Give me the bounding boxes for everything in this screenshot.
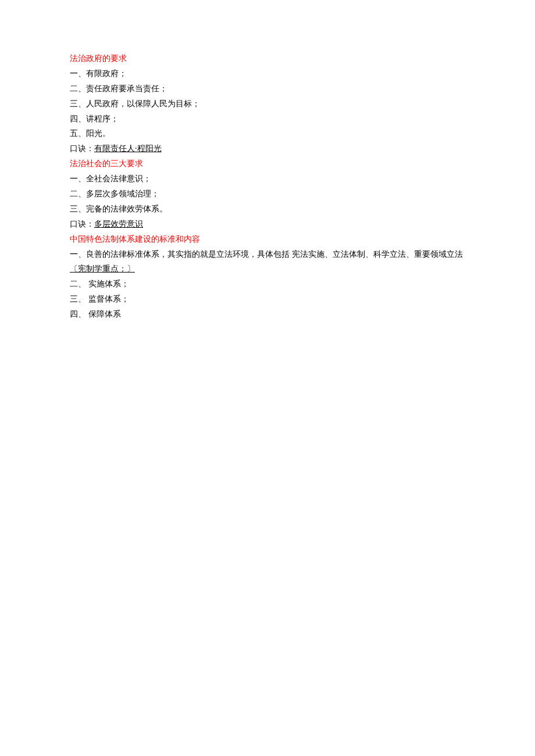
section3-item-3: 三、 监督体系； — [70, 292, 465, 307]
section1-mnemonic-line: 口诀：有限责任人·程阳光 — [70, 141, 465, 156]
section3-item-1-text: 一、良善的法律标准体系，其实指的就是立法环境，具体包括 宪法实施、立法体制、科学… — [70, 250, 463, 259]
section2-item-2: 二、多层次多领域治理； — [70, 187, 465, 202]
section2-mnemonic-prefix: 口诀： — [70, 220, 94, 228]
section3-item-4: 四、 保障体系 — [70, 307, 465, 322]
section1-mnemonic-prefix: 口诀： — [70, 144, 94, 153]
section1-item-1: 一、有限政府； — [70, 66, 465, 81]
section1-heading: 法治政府的要求 — [70, 51, 465, 66]
section3-item-1-underlined: 〔宪制学重点；〕 — [70, 264, 135, 273]
section3-item-2: 二、 实施体系； — [70, 277, 465, 292]
section2-heading: 法治社会的三大要求 — [70, 156, 465, 171]
section2-mnemonic-line: 口诀：多层效劳意识 — [70, 217, 465, 232]
section1-mnemonic: 有限责任人·程阳光 — [94, 144, 162, 153]
section1-item-5: 五、阳光。 — [70, 126, 465, 141]
section1-item-2: 二、责任政府要承当责任； — [70, 81, 465, 96]
section3-item-1: 一、良善的法律标准体系，其实指的就是立法环境，具体包括 宪法实施、立法体制、科学… — [70, 247, 465, 277]
section3-heading: 中国特色法制体系建设的标准和内容 — [70, 232, 465, 247]
section2-item-1: 一、全社会法律意识； — [70, 171, 465, 187]
section2-item-3: 三、完备的法律效劳体系。 — [70, 202, 465, 217]
section1-item-4: 四、讲程序； — [70, 112, 465, 127]
section2-mnemonic: 多层效劳意识 — [94, 220, 143, 228]
section1-item-3: 三、人民政府，以保障人民为目标； — [70, 96, 465, 112]
